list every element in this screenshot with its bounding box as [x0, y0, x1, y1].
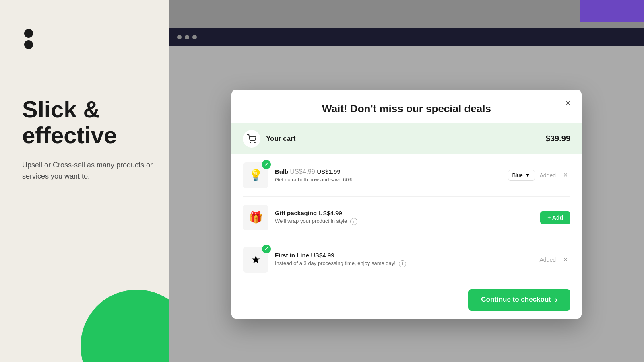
modal-footer: Continue to checkout › — [231, 281, 582, 319]
purple-accent — [580, 0, 644, 22]
main-heading: Slick & effective — [22, 97, 159, 148]
browser-content: Wait! Don't miss our special deals × You… — [169, 46, 644, 362]
browser-dot-2 — [185, 35, 189, 39]
remove-button-bulb[interactable]: × — [561, 171, 570, 180]
checkout-arrow-icon: › — [555, 296, 557, 304]
add-button-gift[interactable]: + Add — [540, 211, 570, 224]
product-name-bulb: Bulb US$4.99 US$1.99 — [275, 168, 502, 175]
upsell-modal: Wait! Don't miss our special deals × You… — [231, 90, 582, 319]
checkout-button-label: Continue to checkout — [481, 296, 551, 304]
cart-left: Your cart — [243, 130, 295, 148]
product-item-gift: 🎁 Gift packaging US$4.99 We'll wrap your… — [243, 197, 570, 239]
browser-dot-1 — [177, 35, 182, 39]
product-info-gift: Gift packaging US$4.99 We'll wrap your p… — [275, 210, 534, 225]
subtext: Upsell or Cross-sell as many products or… — [22, 159, 159, 183]
browser-window: Wait! Don't miss our special deals × You… — [169, 28, 644, 362]
logo-dot-top — [24, 29, 33, 38]
product-item-firstinline: ★ ✓ First in Line US$4.99 Instead of a 3… — [243, 239, 570, 281]
modal-header: Wait! Don't miss our special deals × — [231, 90, 582, 123]
heading-line2: effective — [22, 122, 117, 148]
product-info-firstinline: First in Line US$4.99 Instead of a 3 day… — [275, 252, 533, 267]
browser-dot-3 — [192, 35, 197, 39]
modal-close-button[interactable]: × — [562, 98, 574, 109]
product-image-firstinline: ★ ✓ — [243, 247, 268, 273]
product-actions-bulb: Blue ▼ Added × — [508, 170, 570, 181]
product-actions-gift: + Add — [540, 211, 570, 224]
added-label-firstinline: Added — [540, 257, 556, 263]
product-list: 💡 ✓ Bulb US$4.99 US$1.99 Get extra bulb … — [231, 154, 582, 281]
check-badge-bulb: ✓ — [262, 160, 271, 169]
product-desc-bulb: Get extra bulb now and save 60% — [275, 177, 502, 183]
product-image-bulb: 💡 ✓ — [243, 162, 268, 188]
product-desc-gift: We'll wrap your product in style i — [275, 218, 534, 225]
info-icon-firstinline: i — [399, 260, 406, 267]
checkout-button[interactable]: Continue to checkout › — [468, 289, 570, 311]
cart-total: $39.99 — [546, 134, 570, 143]
product-name-firstinline: First in Line US$4.99 — [275, 252, 533, 259]
svg-point-0 — [250, 142, 251, 143]
heading-line1: Slick & — [22, 96, 100, 122]
color-select-bulb[interactable]: Blue ▼ — [508, 170, 535, 181]
remove-button-firstinline[interactable]: × — [561, 255, 570, 265]
browser-toolbar — [169, 28, 644, 46]
product-info-bulb: Bulb US$4.99 US$1.99 Get extra bulb now … — [275, 168, 502, 183]
product-name-gift: Gift packaging US$4.99 — [275, 210, 534, 217]
cart-header: Your cart $39.99 — [231, 123, 582, 154]
modal-title: Wait! Don't miss our special deals — [322, 103, 491, 115]
info-icon-gift: i — [350, 218, 357, 225]
left-panel: Slick & effective Upsell or Cross-sell a… — [22, 97, 159, 182]
product-image-gift: 🎁 — [243, 205, 268, 230]
check-badge-firstinline: ✓ — [262, 245, 271, 253]
cart-icon — [243, 130, 260, 148]
logo-dot-bottom — [24, 40, 33, 49]
product-item-bulb: 💡 ✓ Bulb US$4.99 US$1.99 Get extra bulb … — [243, 154, 570, 197]
product-actions-firstinline: Added × — [540, 255, 570, 265]
cart-label: Your cart — [266, 135, 295, 143]
added-label-bulb: Added — [540, 172, 556, 179]
product-desc-firstinline: Instead of a 3 day processing time, enjo… — [275, 260, 533, 267]
logo — [24, 29, 33, 51]
svg-point-1 — [254, 142, 255, 143]
